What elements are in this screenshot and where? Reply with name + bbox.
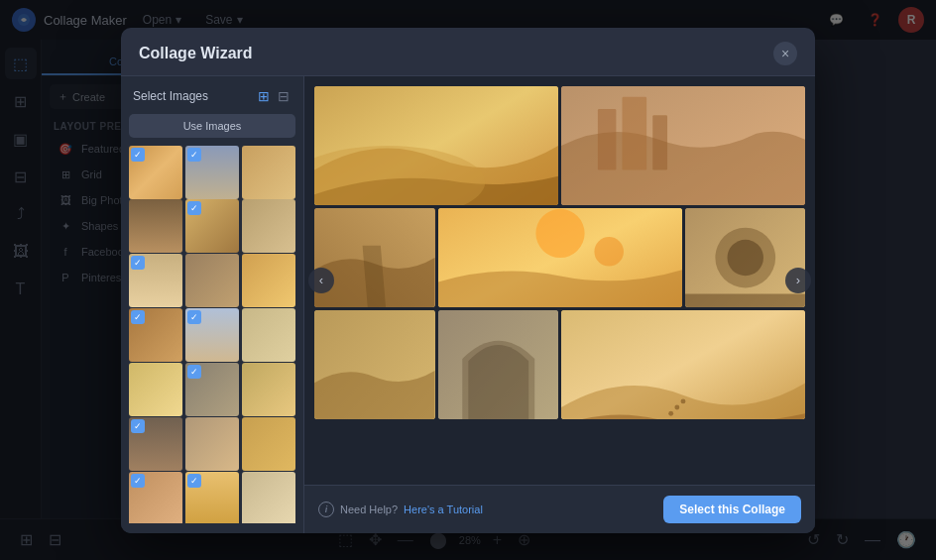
svg-rect-4 [598, 109, 616, 170]
help-text-area: i Need Help? Here's a Tutorial [318, 502, 483, 517]
collage-cell-4 [438, 208, 682, 307]
modal-collage-preview: ‹ [304, 76, 815, 533]
image-thumb-14[interactable]: ✓ [185, 363, 239, 416]
use-images-button[interactable]: Use Images [129, 114, 295, 138]
select-images-label: Select Images [133, 89, 208, 103]
collage-grid [314, 86, 805, 475]
svg-rect-3 [561, 86, 805, 205]
modal-body: Select Images ⊞ ⊟ Use Images ✓ ✓ [121, 76, 815, 533]
image-selection-grid: ✓ ✓ ✓ ✓ ✓ ✓ [129, 146, 295, 523]
image-thumb-9[interactable]: ✓ [242, 254, 295, 307]
svg-rect-16 [561, 310, 805, 419]
svg-point-18 [674, 404, 679, 409]
image-thumb-17[interactable]: ✓ [185, 417, 239, 471]
svg-rect-11 [685, 208, 806, 307]
collage-preview-area: ‹ [304, 76, 815, 485]
svg-point-9 [535, 208, 584, 257]
image-thumb-3[interactable]: ✓ [242, 146, 295, 199]
collage-wizard-modal: Collage Wizard × Select Images ⊞ ⊟ Use I… [121, 28, 815, 533]
collage-cell-2 [561, 86, 805, 205]
image-check-20: ✓ [187, 474, 201, 488]
image-thumb-20[interactable]: ✓ [185, 472, 239, 523]
image-thumb-6[interactable]: ✓ [242, 199, 295, 253]
grid-view-button[interactable]: ⊞ [256, 86, 272, 106]
collage-cell-5 [685, 208, 806, 307]
collage-cell-6 [314, 310, 435, 419]
image-check-1: ✓ [131, 148, 145, 162]
image-thumb-11[interactable]: ✓ [185, 308, 239, 362]
image-thumb-18[interactable]: ✓ [242, 417, 295, 471]
image-thumb-19[interactable]: ✓ [129, 472, 182, 523]
image-thumb-21[interactable]: ✓ [242, 472, 295, 523]
svg-rect-7 [314, 208, 435, 307]
modal-footer: i Need Help? Here's a Tutorial Select th… [304, 485, 815, 533]
image-thumb-16[interactable]: ✓ [129, 417, 182, 471]
svg-point-2 [314, 146, 485, 205]
collage-cell-7 [438, 310, 559, 419]
image-check-7: ✓ [131, 256, 145, 270]
modal-header: Collage Wizard × [121, 28, 815, 76]
image-thumb-4[interactable]: ✓ [129, 199, 182, 253]
svg-rect-8 [438, 208, 682, 307]
svg-point-17 [668, 410, 673, 415]
svg-rect-6 [652, 115, 667, 169]
svg-point-13 [727, 239, 762, 275]
tutorial-link[interactable]: Here's a Tutorial [404, 504, 483, 515]
next-collage-button[interactable]: › [785, 268, 811, 293]
svg-rect-1 [314, 86, 558, 205]
svg-rect-15 [438, 310, 559, 419]
image-check-11: ✓ [187, 310, 201, 324]
collage-cell-3 [314, 208, 435, 307]
svg-point-10 [594, 237, 624, 267]
info-icon: i [318, 502, 334, 517]
select-collage-button[interactable]: Select this Collage [663, 496, 801, 523]
image-check-19: ✓ [131, 474, 145, 488]
image-thumb-13[interactable]: ✓ [129, 363, 182, 416]
svg-point-12 [715, 227, 775, 287]
image-thumb-8[interactable]: ✓ [185, 254, 239, 307]
modal-left-header: Select Images ⊞ ⊟ [129, 86, 295, 106]
svg-point-19 [681, 398, 686, 403]
collage-cell-8 [561, 310, 805, 419]
collage-cell-1 [314, 86, 558, 205]
image-check-16: ✓ [131, 419, 145, 433]
list-view-button[interactable]: ⊟ [276, 86, 292, 106]
image-thumb-10[interactable]: ✓ [129, 308, 182, 362]
image-check-14: ✓ [187, 365, 201, 379]
image-thumb-12[interactable]: ✓ [242, 308, 295, 362]
modal-overlay: Collage Wizard × Select Images ⊞ ⊟ Use I… [0, 0, 936, 560]
image-thumb-5[interactable]: ✓ [185, 199, 239, 253]
prev-collage-button[interactable]: ‹ [308, 268, 334, 293]
modal-title: Collage Wizard [139, 45, 253, 62]
image-thumb-7[interactable]: ✓ [129, 254, 182, 307]
svg-rect-14 [314, 310, 435, 419]
image-thumb-1[interactable]: ✓ [129, 146, 182, 199]
modal-close-button[interactable]: × [773, 42, 797, 65]
svg-rect-5 [623, 96, 647, 169]
image-thumb-15[interactable]: ✓ [242, 363, 295, 416]
help-text-label: Need Help? [340, 504, 398, 515]
image-check-5: ✓ [187, 201, 201, 215]
grid-toggle-buttons: ⊞ ⊟ [256, 86, 292, 106]
modal-image-selector: Select Images ⊞ ⊟ Use Images ✓ ✓ [121, 76, 304, 533]
image-check-10: ✓ [131, 310, 145, 324]
image-check-2: ✓ [187, 148, 201, 162]
image-thumb-2[interactable]: ✓ [185, 146, 239, 199]
